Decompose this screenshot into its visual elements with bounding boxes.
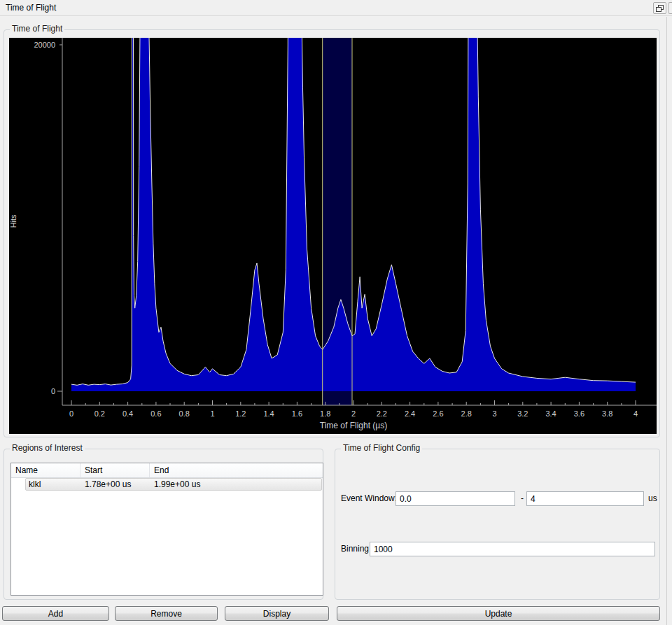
float-window-button[interactable] [653,2,666,14]
event-window-end-input[interactable] [526,491,644,506]
x-tick-label: 0 [69,409,74,418]
roi-cell-start: 1.78e+00 us [80,478,150,491]
x-tick-label: 2 [351,409,356,418]
x-tick-label: 1.4 [263,409,274,418]
x-tick-label: 0.6 [150,409,161,418]
roi-table-row[interactable]: klkl 1.78e+00 us 1.99e+00 us [11,478,323,491]
close-button-partial[interactable] [668,2,672,14]
x-tick-label: 1.2 [235,409,246,418]
column-header-name[interactable]: Name [11,463,80,477]
x-tick-label: 2.8 [461,409,472,418]
float-window-icon [656,5,664,12]
dock-titlebar[interactable]: Time of Flight [0,0,672,16]
y-tick-label: 0 [51,387,55,395]
tof-chart-groupbox-label: Time of Flight [10,24,64,34]
update-button[interactable]: Update [337,606,660,621]
x-tick-label: 0.2 [94,409,105,418]
event-window-range-separator: - [521,491,524,506]
column-header-end[interactable]: End [150,463,323,477]
event-window-start-input[interactable] [396,491,515,506]
histogram-area [71,38,636,391]
roi-groupbox: Regions of Interest Name Start End klkl … [4,449,323,600]
x-tick-label: 2.6 [433,409,443,418]
tof-chart-groupbox: Time of Flight 0200004000060000800001000… [4,29,660,437]
column-header-start[interactable]: Start [80,463,150,477]
x-tick-label: 1 [210,409,214,418]
x-tick-label: 3.4 [545,409,556,418]
x-tick-label: 3.6 [574,409,584,418]
add-button[interactable]: Add [2,606,109,621]
tof-histogram-plot[interactable]: 0200004000060000800001000001200001400001… [9,38,657,434]
roi-table-header: Name Start End [11,463,323,478]
y-axis-title: Hits [9,214,18,227]
roi-cell-name: klkl [11,478,80,491]
y-tick-label: 20000 [34,41,55,49]
display-button[interactable]: Display [225,606,329,621]
config-groupbox-label: Time of Flight Config [341,443,422,453]
x-tick-label: 0.4 [122,409,133,418]
config-groupbox: Time of Flight Config Event Window: - us… [335,449,660,600]
x-axis-title: Time of Flight (µs) [320,421,387,430]
x-tick-label: 3.2 [517,409,528,418]
event-window-label: Event Window: [341,491,397,506]
x-tick-label: 3 [492,409,496,418]
x-tick-label: 2.4 [405,409,415,418]
x-tick-label: 1.6 [292,409,302,418]
x-tick-label: 2.2 [377,409,387,418]
dock-title: Time of Flight [6,3,56,13]
x-tick-label: 0.8 [179,409,190,418]
roi-groupbox-label: Regions of Interest [10,443,85,453]
event-window-unit-label: us [648,491,657,506]
roi-cell-end: 1.99e+00 us [150,478,323,491]
binning-input[interactable] [370,542,655,556]
tof-histogram-svg: 0200004000060000800001000001200001400001… [9,38,657,434]
binning-label: Binning [341,542,369,556]
x-tick-label: 3.8 [602,409,612,418]
roi-table[interactable]: Name Start End klkl 1.78e+00 us 1.99e+00… [10,463,323,596]
remove-button[interactable]: Remove [115,606,218,621]
x-tick-label: 1.8 [320,409,330,418]
right-panel-divider [666,17,667,625]
x-tick-label: 4 [634,409,638,418]
